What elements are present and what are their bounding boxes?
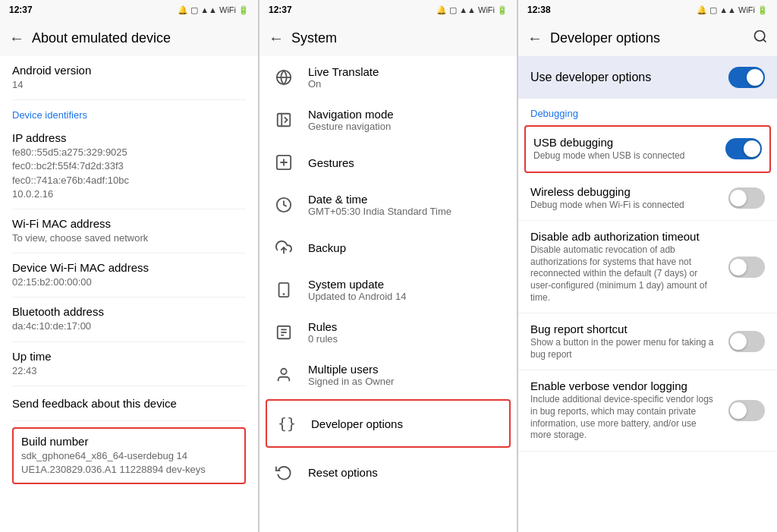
menu-item-reset-options[interactable]: Reset options <box>260 451 517 493</box>
phone3-screen-icon: ▢ <box>709 5 717 15</box>
bluetooth-label: Bluetooth address <box>12 305 246 318</box>
usb-debugging-title: USB debugging <box>533 136 716 149</box>
date-time-text: Date & time GMT+05:30 India Standard Tim… <box>308 193 505 217</box>
device-wifi-mac-item: Device Wi-Fi MAC address 02:15:b2:00:00:… <box>0 253 258 297</box>
device-identifiers-label: Device identifiers <box>0 100 258 124</box>
phone2-scroll[interactable]: Live Translate On Navigation mode Gestur… <box>260 56 517 532</box>
live-translate-text: Live Translate On <box>308 65 505 90</box>
date-time-icon <box>272 193 296 217</box>
gestures-icon <box>272 150 296 175</box>
bug-report-toggle[interactable] <box>728 331 765 352</box>
menu-item-gestures[interactable]: Gestures <box>260 141 517 184</box>
wifi-mac-item: Wi-Fi MAC address To view, choose saved … <box>0 209 258 253</box>
usb-debugging-toggle[interactable] <box>725 138 762 159</box>
bug-report-item[interactable]: Bug report shortcut Show a button in the… <box>518 313 777 370</box>
ip-address-item: IP address fe80::55d5:a275:329:9025 fec0… <box>0 124 258 209</box>
use-dev-options-toggle[interactable] <box>728 67 765 88</box>
svg-line-15 <box>763 39 766 42</box>
phone2-status-bar: 12:37 🔔 ▢ ▲▲ WiFi 🔋 <box>260 0 517 20</box>
phone1-signal-icon: ▲▲ <box>200 5 217 14</box>
phone3-wifi-icon: WiFi <box>738 5 755 14</box>
phone3-battery-icon: 🔋 <box>757 5 768 15</box>
ip-address-val4: 10.0.2.16 <box>12 187 246 201</box>
bug-report-subtitle: Show a button in the power menu for taki… <box>530 337 719 360</box>
date-time-title: Date & time <box>308 193 505 206</box>
disable-adb-toggle[interactable] <box>728 257 765 278</box>
verbose-logging-toggle[interactable] <box>728 400 765 421</box>
menu-item-navigation-mode[interactable]: Navigation mode Gesture navigation <box>260 99 517 141</box>
usb-debugging-box: USB debugging Debug mode when USB is con… <box>524 125 771 173</box>
svg-point-13 <box>281 369 286 374</box>
verbose-vendor-logging-item[interactable]: Enable verbose vendor logging Include ad… <box>518 370 777 451</box>
wireless-debugging-title: Wireless debugging <box>530 185 719 198</box>
rules-title: Rules <box>308 320 505 333</box>
menu-item-rules[interactable]: Rules 0 rules <box>260 311 517 354</box>
phone1-title: About emulated device <box>32 30 249 46</box>
system-update-subtitle: Updated to Android 14 <box>308 291 505 302</box>
divider7 <box>12 420 246 421</box>
phone1-scroll[interactable]: Android version 14 Device identifiers IP… <box>0 56 258 532</box>
build-number-box[interactable]: Build number sdk_gphone64_x86_64-userdeb… <box>12 427 246 484</box>
menu-item-date-time[interactable]: Date & time GMT+05:30 India Standard Tim… <box>260 184 517 226</box>
multiple-users-subtitle: Signed in as Owner <box>308 376 505 387</box>
disable-adb-item[interactable]: Disable adb authorization timeout Disabl… <box>518 221 777 313</box>
phone3-scroll[interactable]: Use developer options Debugging USB debu… <box>518 56 777 532</box>
phone3-top-bar: ← Developer options <box>518 20 777 56</box>
menu-item-live-translate[interactable]: Live Translate On <box>260 56 517 99</box>
phone2-battery-icon: 🔋 <box>497 5 508 15</box>
phone3-search-button[interactable] <box>753 29 768 48</box>
live-translate-title: Live Translate <box>308 65 505 78</box>
live-translate-icon <box>272 65 296 90</box>
menu-item-backup[interactable]: Backup <box>260 226 517 269</box>
phone3-back-button[interactable]: ← <box>527 30 543 47</box>
disable-adb-title: Disable adb authorization timeout <box>530 230 719 243</box>
bluetooth-value: da:4c:10:de:17:00 <box>12 320 246 333</box>
wireless-debugging-toggle[interactable] <box>728 187 765 209</box>
ip-address-val1: fe80::55d5:a275:329:9025 <box>12 146 246 159</box>
wifi-mac-label: Wi-Fi MAC address <box>12 217 246 230</box>
developer-options-text: Developer options <box>311 417 502 430</box>
menu-item-developer-options[interactable]: {} Developer options <box>267 401 509 446</box>
build-number-label: Build number <box>21 435 237 448</box>
build-number-value: sdk_gphone64_x86_64-userdebug 14 UE1A.23… <box>21 449 237 477</box>
device-wifi-mac-label: Device Wi-Fi MAC address <box>12 261 246 274</box>
ip-address-val2: fec0::bc2f:55f4:7d2d:33f3 <box>12 159 246 173</box>
menu-item-system-update[interactable]: System update Updated to Android 14 <box>260 269 517 311</box>
phone2-signal-icon: ▲▲ <box>459 5 476 14</box>
toggle-thumb <box>747 69 763 86</box>
phone1-time: 12:37 <box>9 5 33 15</box>
phone3-signal-icon: ▲▲ <box>719 5 736 14</box>
device-wifi-mac-value: 02:15:b2:00:00:00 <box>12 275 246 289</box>
system-update-text: System update Updated to Android 14 <box>308 278 505 302</box>
phone2-screen-icon: ▢ <box>449 5 457 15</box>
verbose-vendor-logging-subtitle: Include additional device-specific vendo… <box>530 394 719 441</box>
phone2-status-icons: 🔔 ▢ ▲▲ WiFi 🔋 <box>436 5 508 15</box>
phone1-notification-icon: 🔔 <box>178 5 188 15</box>
navigation-mode-title: Navigation mode <box>308 108 505 121</box>
phone2-wifi-icon: WiFi <box>478 5 495 14</box>
multiple-users-icon <box>272 363 296 387</box>
uptime-value: 22:43 <box>12 364 246 378</box>
phone1-wifi-icon: WiFi <box>219 5 236 14</box>
bluetooth-address-item: Bluetooth address da:4c:10:de:17:00 <box>0 297 258 341</box>
send-feedback-item[interactable]: Send feedback about this device <box>0 386 258 420</box>
phone2-back-button[interactable]: ← <box>269 30 284 47</box>
phone1-screen-icon: ▢ <box>190 5 198 15</box>
wireless-debugging-item[interactable]: Wireless debugging Debug mode when Wi-Fi… <box>518 176 777 222</box>
phone3-time: 12:38 <box>527 5 551 15</box>
multiple-users-title: Multiple users <box>308 363 505 376</box>
uptime-item: Up time 22:43 <box>0 342 258 386</box>
rules-text: Rules 0 rules <box>308 320 505 345</box>
wifi-mac-value: To view, choose saved network <box>12 231 246 245</box>
gestures-title: Gestures <box>308 156 505 169</box>
phone2-top-bar: ← System <box>260 20 517 56</box>
phone3: 12:38 🔔 ▢ ▲▲ WiFi 🔋 ← Developer options … <box>517 0 777 532</box>
backup-icon <box>272 235 296 260</box>
rules-icon <box>272 320 296 345</box>
reset-options-icon <box>272 460 296 484</box>
phone1-back-button[interactable]: ← <box>9 30 24 47</box>
verbose-logging-toggle-thumb <box>730 402 747 419</box>
multiple-users-text: Multiple users Signed in as Owner <box>308 363 505 387</box>
menu-item-multiple-users[interactable]: Multiple users Signed in as Owner <box>260 354 517 396</box>
usb-debugging-item[interactable]: USB debugging Debug mode when USB is con… <box>526 127 769 172</box>
